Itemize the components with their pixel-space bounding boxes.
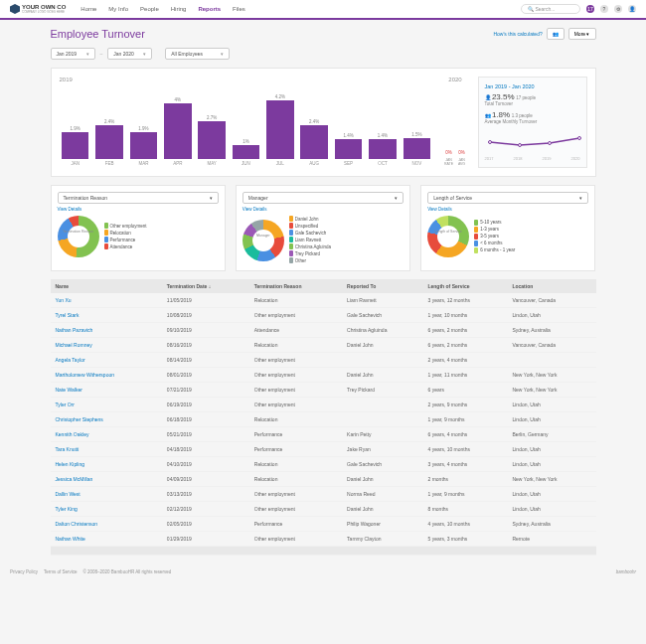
employee-link[interactable]: Martholomew Witherspoon	[56, 372, 114, 378]
bar-nov[interactable]: 1.5%NOV	[401, 132, 432, 166]
donut-select-2[interactable]: Length of Service▾	[427, 192, 588, 204]
search-input[interactable]: 🔍 Search...	[521, 4, 580, 14]
employee-link[interactable]: Kennith Oakley	[56, 431, 89, 437]
table-row[interactable]: Michael Romney08/16/2019RelocationDaniel…	[51, 338, 596, 353]
nav-home[interactable]: Home	[81, 6, 96, 12]
table-row[interactable]: Christopher Stephens06/18/2019Relocation…	[51, 412, 596, 427]
employee-link[interactable]: Tyler Orr	[56, 402, 75, 407]
bar-feb[interactable]: 2.4%FEB	[93, 119, 125, 166]
turnover-chart: 2019 1.9%JAN2.4%FEB1.9%MAR4%APR2.7%MAY1%…	[51, 68, 596, 177]
logo[interactable]: YOUR OWN CO COMPANY LOGO GOES HERE	[10, 4, 66, 14]
employee-link[interactable]: Dallin West	[56, 491, 81, 497]
bar-2020[interactable]: 0%JAN RATE	[443, 150, 455, 166]
employee-link[interactable]: Nathan Pazavich	[56, 327, 93, 333]
help-icon[interactable]: ?	[600, 5, 608, 13]
donut-card-1: Manager▾View DetailsManagerDaniel JohnUn…	[236, 185, 410, 271]
employee-link[interactable]: Angela Taylor	[56, 357, 85, 363]
table-row[interactable]: Tara Knutti04/18/2019PerformanceJake Rya…	[51, 442, 596, 457]
date-start-select[interactable]: Jan 2019▾	[51, 48, 95, 60]
employee-link[interactable]: Dalton Christenson	[56, 521, 98, 527]
bar-jul[interactable]: 4.2%JUL	[264, 94, 296, 166]
col-4[interactable]: Length of Service	[422, 279, 507, 293]
table-row[interactable]: Kennith Oakley05/21/2019PerformanceKarin…	[51, 427, 596, 442]
donut-chart-2[interactable]: Length of Service	[427, 216, 469, 257]
nav-my-info[interactable]: My Info	[108, 6, 128, 12]
employee-link[interactable]: Tyrel Stark	[56, 312, 80, 318]
employee-link[interactable]: Helen Kipling	[56, 461, 84, 467]
donut-select-0[interactable]: Termination Reason▾	[58, 192, 219, 204]
table-row[interactable]: Helen Kipling04/10/2019RelocationGale Sa…	[51, 457, 596, 472]
col-5[interactable]: Location	[507, 279, 595, 293]
calc-link[interactable]: How's this calculated?	[493, 31, 542, 37]
footer: Privacy Policy Terms of Service © 2008–2…	[0, 564, 646, 580]
bar-jan[interactable]: 1.9%JAN	[60, 126, 91, 166]
settings-icon[interactable]: ⚙	[614, 5, 622, 13]
svg-point-1	[518, 144, 521, 147]
notifications-icon[interactable]: 17	[586, 5, 594, 13]
col-1[interactable]: Termination Date ↓	[162, 279, 249, 293]
donut-chart-0[interactable]: Termination Reason	[58, 216, 99, 257]
user-avatar-icon[interactable]: 👤	[628, 5, 636, 13]
table-row[interactable]: Nathan Pazavich09/10/2019AttendanceChris…	[51, 323, 596, 338]
table-row[interactable]: Angela Taylor08/14/2019Other employment2…	[51, 353, 596, 368]
donut-select-1[interactable]: Manager▾	[242, 192, 404, 204]
employee-link[interactable]: Nate Walker	[56, 387, 82, 393]
sparkline	[485, 133, 584, 155]
view-details-0[interactable]: View Details	[58, 207, 219, 212]
more-button[interactable]: More ▾	[568, 28, 596, 40]
logo-icon	[10, 4, 20, 14]
nav-hiring[interactable]: Hiring	[171, 6, 187, 12]
employee-link[interactable]: Christopher Stephens	[56, 416, 103, 422]
nav-files[interactable]: Files	[233, 6, 245, 12]
employee-link[interactable]: Nathan White	[56, 536, 85, 542]
donut-card-2: Length of Service▾View DetailsLength of …	[420, 185, 595, 271]
donut-legend-1: Daniel JohnUnspecifiedGale SachevichLiam…	[289, 216, 404, 264]
employee-link[interactable]: Jessica McMillan	[56, 476, 93, 482]
main-nav: HomeMy InfoPeopleHiringReportsFiles	[81, 6, 521, 12]
table-row[interactable]: Nate Walker07/21/2019Other employmentTre…	[51, 383, 596, 398]
nav-people[interactable]: People	[140, 6, 159, 12]
table-row[interactable]: Nathan White01/29/2019Other employmentTa…	[51, 532, 596, 547]
bar-aug[interactable]: 2.4%AUG	[298, 119, 330, 166]
privacy-link[interactable]: Privacy Policy	[10, 569, 38, 574]
table-row[interactable]: Tyrel Stark10/08/2019Other employmentGal…	[51, 308, 596, 323]
table-row[interactable]: Dalton Christenson02/05/2019PerformanceP…	[51, 517, 596, 532]
bar-sep[interactable]: 1.4%SEP	[332, 133, 364, 166]
table-row[interactable]: Yun Xu11/05/2019RelocationLiam Ravnett3 …	[51, 293, 596, 308]
donut-card-0: Termination Reason▾View DetailsTerminati…	[51, 185, 226, 271]
col-3[interactable]: Reported To	[342, 279, 422, 293]
employee-link[interactable]: Michael Romney	[56, 342, 92, 348]
share-button[interactable]: 👥	[547, 28, 565, 40]
bar-may[interactable]: 2.7%MAY	[196, 115, 228, 166]
tos-link[interactable]: Terms of Service	[44, 569, 78, 574]
employees-select[interactable]: All Employees▾	[165, 48, 230, 60]
terminations-table: NameTermination Date ↓Termination Reason…	[51, 279, 596, 556]
col-0[interactable]: Name	[51, 279, 162, 293]
bar-apr[interactable]: 4%APR	[162, 97, 194, 166]
donut-legend-0: Other employmentRelocationPerformanceAtt…	[104, 223, 219, 250]
employee-link[interactable]: Tyler King	[56, 506, 78, 512]
total-pct: 23.5%	[492, 92, 515, 101]
bar-oct[interactable]: 1.4%OCT	[367, 133, 399, 166]
donut-legend-2: 5-10 years1-3 years3-5 years< 6 months6 …	[474, 220, 588, 254]
view-details-1[interactable]: View Details	[242, 207, 404, 212]
employee-link[interactable]: Yun Xu	[56, 297, 72, 303]
table-row[interactable]: Martholomew Witherspoon08/01/2019Other e…	[51, 368, 596, 383]
footer-brand: bamboohr	[616, 569, 636, 574]
donut-chart-1[interactable]: Manager	[242, 220, 284, 261]
table-row[interactable]: Dallin West03/13/2019Other employmentNor…	[51, 487, 596, 502]
view-details-2[interactable]: View Details	[427, 207, 588, 212]
svg-point-0	[488, 141, 491, 144]
table-row[interactable]: Tyler King02/12/2019Other employmentDani…	[51, 502, 596, 517]
table-row[interactable]: Jessica McMillan04/09/2019RelocationDani…	[51, 472, 596, 487]
col-2[interactable]: Termination Reason	[249, 279, 342, 293]
employee-link[interactable]: Tara Knutti	[56, 446, 80, 452]
bar-2020[interactable]: 0%JAN AVG	[456, 150, 468, 166]
nav-reports[interactable]: Reports	[198, 6, 221, 12]
date-end-select[interactable]: Jan 2020▾	[107, 48, 152, 60]
bar-mar[interactable]: 1.9%MAR	[127, 126, 159, 166]
table-row[interactable]: Tyler Orr06/19/2019Other employment2 yea…	[51, 398, 596, 412]
svg-point-3	[577, 137, 580, 140]
bar-jun[interactable]: 1%JUN	[230, 139, 261, 166]
page-title: Employee Turnover	[51, 28, 494, 40]
